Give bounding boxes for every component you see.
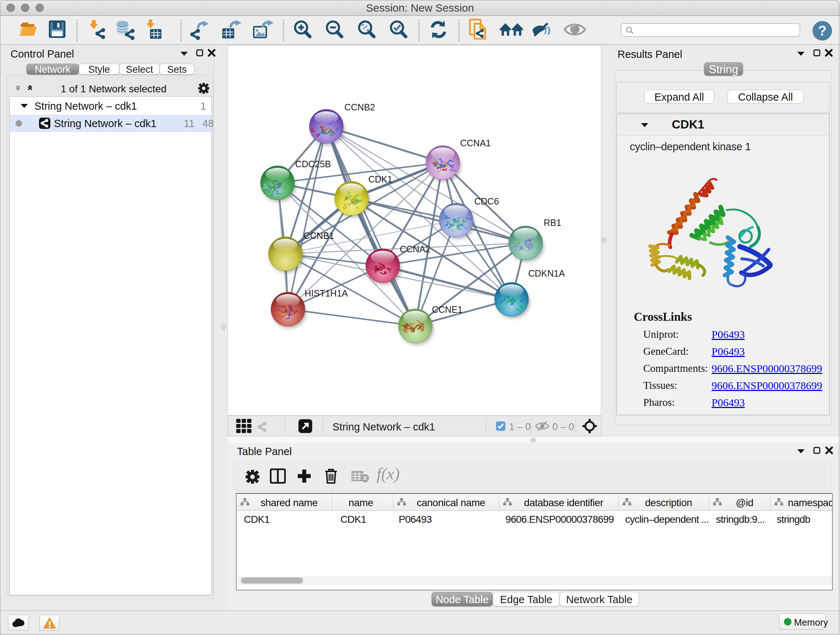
svg-text:CDK1: CDK1 <box>368 174 393 184</box>
svg-text:CCNA1: CCNA1 <box>460 138 491 148</box>
svg-text:CDC6: CDC6 <box>474 196 499 206</box>
svg-text:HIST1H1A: HIST1H1A <box>305 288 348 298</box>
svg-text:RB1: RB1 <box>544 218 561 228</box>
svg-text:CCNE1: CCNE1 <box>432 304 463 315</box>
svg-text:CCNB1: CCNB1 <box>303 231 334 241</box>
svg-text:CDC25B: CDC25B <box>295 159 331 169</box>
svg-text:CCNB2: CCNB2 <box>344 102 375 112</box>
svg-text:CDKN1A: CDKN1A <box>528 268 565 279</box>
svg-text:CCNA2: CCNA2 <box>400 244 431 254</box>
